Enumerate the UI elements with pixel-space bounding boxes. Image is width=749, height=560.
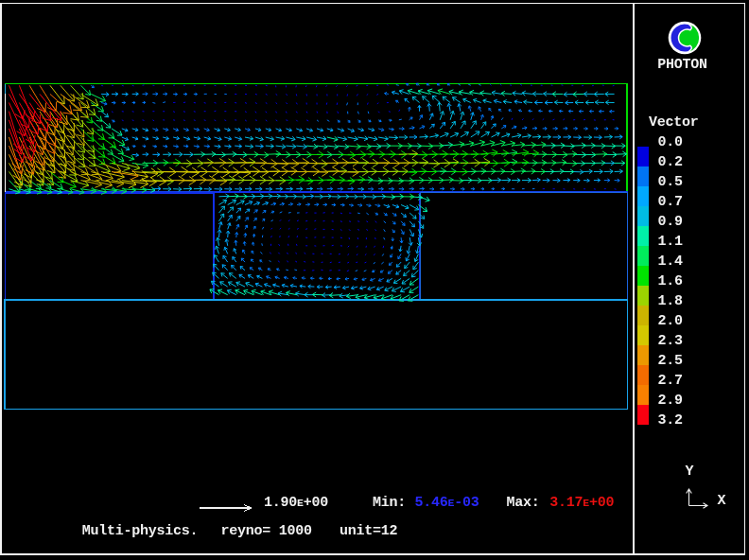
axis-orientation-glyph bbox=[687, 489, 707, 508]
legend-swatch-0.0-0.2 bbox=[637, 147, 649, 166]
legend-label-0.7: 0.7 bbox=[658, 194, 683, 210]
vector-arrows-level-3 bbox=[101, 90, 622, 298]
legend-label-1.1: 1.1 bbox=[658, 234, 684, 250]
axis-arrows bbox=[687, 489, 707, 508]
max-label: Max: bbox=[507, 495, 540, 511]
axis-y-label: Y bbox=[686, 464, 694, 480]
legend-label-0.0: 0.0 bbox=[658, 134, 684, 150]
footer-reynolds: reyno= 1000 bbox=[220, 523, 312, 539]
legend-swatch-2.0-2.3 bbox=[637, 325, 649, 345]
flow-domain-outlines bbox=[5, 84, 628, 410]
vector-arrows-level-8 bbox=[19, 85, 409, 187]
legend-swatch-2.9-3.2 bbox=[637, 405, 649, 425]
legend-tick-labels: 0.00.20.50.70.91.11.41.61.82.02.32.52.72… bbox=[658, 134, 684, 429]
legend-label-2.0: 2.0 bbox=[658, 313, 684, 329]
vector-plot-canvas: PHOTON Vector 0.00.20.50.70.91.11.41.61.… bbox=[0, 0, 749, 560]
reference-vector-arrow bbox=[200, 505, 252, 512]
legend-label-0.9: 0.9 bbox=[658, 214, 684, 230]
legend-label-1.8: 1.8 bbox=[658, 293, 684, 309]
legend-swatch-2.7-2.9 bbox=[637, 385, 649, 405]
legend-label-1.4: 1.4 bbox=[658, 254, 684, 270]
axis-x-label: X bbox=[718, 493, 726, 509]
vector-arrows-level-0 bbox=[101, 84, 617, 271]
legend-label-0.5: 0.5 bbox=[658, 174, 684, 190]
legend-label-2.5: 2.5 bbox=[658, 353, 684, 369]
max-value: 3.17E+00 bbox=[549, 495, 614, 511]
region-block-right bbox=[421, 192, 628, 300]
legend-label-1.6: 1.6 bbox=[658, 273, 684, 289]
legend-swatch-2.3-2.5 bbox=[637, 345, 649, 365]
legend-swatch-1.4-1.6 bbox=[637, 266, 649, 286]
legend-swatch-2.5-2.7 bbox=[637, 365, 649, 385]
vector-arrows-level-1 bbox=[91, 83, 619, 281]
footer-unit: unit=12 bbox=[340, 523, 398, 539]
legend-swatch-0.2-0.5 bbox=[637, 166, 649, 186]
legend-label-3.2: 3.2 bbox=[658, 412, 684, 429]
min-label: Min: bbox=[373, 495, 406, 511]
window-frame bbox=[1, 4, 745, 555]
footer-model-name: Multi-physics. bbox=[82, 523, 199, 539]
legend-color-bar bbox=[637, 147, 649, 425]
legend-swatch-1.1-1.4 bbox=[637, 246, 649, 266]
legend-swatch-0.5-0.7 bbox=[637, 186, 649, 206]
legend-title: Vector bbox=[649, 114, 699, 131]
legend-label-2.3: 2.3 bbox=[658, 333, 684, 349]
region-block-bottom bbox=[5, 300, 628, 410]
photon-window: PHOTON Vector 0.00.20.50.70.91.11.41.61.… bbox=[0, 0, 749, 560]
legend-swatch-0.9-1.1 bbox=[637, 226, 649, 246]
region-block-left bbox=[6, 193, 215, 300]
reference-arrow-line bbox=[200, 505, 252, 512]
logo-label: PHOTON bbox=[657, 57, 707, 73]
legend-label-0.2: 0.2 bbox=[658, 154, 684, 170]
legend-label-2.9: 2.9 bbox=[658, 393, 684, 409]
reference-vector-value: 1.90E+00 bbox=[264, 495, 328, 511]
photon-logo-icon bbox=[669, 22, 702, 55]
min-value: 5.46E-03 bbox=[415, 495, 479, 511]
legend-label-2.7: 2.7 bbox=[658, 373, 683, 389]
legend-swatch-0.7-0.9 bbox=[637, 206, 649, 226]
legend-swatch-1.6-1.8 bbox=[637, 286, 649, 306]
region-block-cavity bbox=[214, 192, 420, 300]
legend-swatch-1.8-2.0 bbox=[637, 306, 649, 325]
